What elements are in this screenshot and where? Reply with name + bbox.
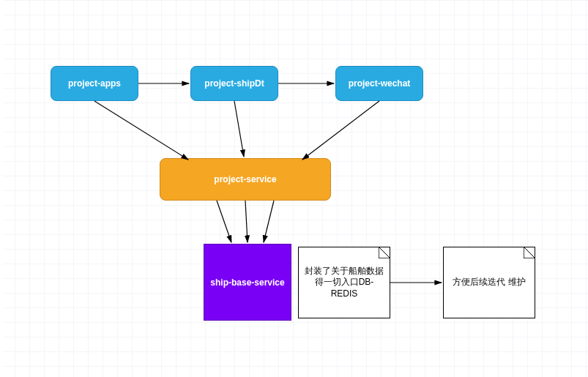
edge-service-to-base-1 [217, 201, 231, 242]
note-text: 方便后续迭代 维护 [453, 277, 525, 288]
node-project-apps[interactable]: project-apps [51, 66, 138, 101]
edge-shipdt-to-service [234, 101, 244, 157]
note-maintain[interactable]: 方便后续迭代 维护 [443, 247, 535, 318]
node-ship-base-service[interactable]: ship-base-service [204, 244, 291, 321]
node-label: project-shipDt [204, 78, 264, 89]
svg-marker-3 [524, 247, 535, 258]
svg-marker-0 [379, 247, 390, 258]
edge-service-to-base-3 [264, 201, 274, 242]
diagram-canvas[interactable]: project-apps project-shipDt project-wech… [0, 0, 588, 377]
note-text: 封装了关于船舶数据得一切入口DB-REDIS [302, 266, 387, 300]
node-project-service[interactable]: project-service [160, 158, 331, 201]
edge-service-to-base-2 [245, 201, 248, 242]
node-label: project-service [214, 174, 276, 184]
node-project-wechat[interactable]: project-wechat [335, 66, 423, 101]
node-label: project-apps [68, 78, 121, 89]
note-fold-icon [524, 247, 535, 258]
node-label: project-wechat [349, 78, 411, 89]
edge-apps-to-service [94, 101, 188, 160]
edge-wechat-to-service [302, 101, 379, 160]
note-fold-icon [379, 247, 390, 258]
node-label: ship-base-service [210, 277, 284, 288]
node-project-shipdt[interactable]: project-shipDt [190, 66, 278, 101]
note-db-redis[interactable]: 封装了关于船舶数据得一切入口DB-REDIS [298, 247, 390, 318]
